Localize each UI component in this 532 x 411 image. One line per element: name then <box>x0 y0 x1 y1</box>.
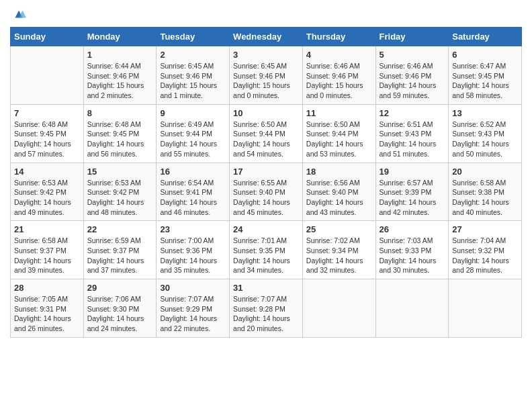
cell-info: Sunrise: 7:00 AMSunset: 9:36 PMDaylight:… <box>160 236 226 275</box>
calendar-cell: 28Sunrise: 7:05 AMSunset: 9:31 PMDayligh… <box>11 279 84 338</box>
weekday-header-tuesday: Tuesday <box>157 28 230 46</box>
calendar-cell: 22Sunrise: 6:59 AMSunset: 9:37 PMDayligh… <box>83 221 157 279</box>
cell-info: Sunrise: 6:50 AMSunset: 9:44 PMDaylight:… <box>306 120 372 159</box>
day-number: 7 <box>14 108 80 118</box>
cell-info: Sunrise: 6:58 AMSunset: 9:38 PMDaylight:… <box>452 178 518 218</box>
day-number: 1 <box>87 50 153 60</box>
calendar-week-2: 7Sunrise: 6:48 AMSunset: 9:45 PMDaylight… <box>11 104 522 163</box>
day-number: 12 <box>380 108 445 118</box>
calendar-header: SundayMondayTuesdayWednesdayThursdayFrid… <box>11 28 522 46</box>
calendar-cell: 30Sunrise: 7:07 AMSunset: 9:29 PMDayligh… <box>157 279 230 338</box>
cell-info: Sunrise: 6:49 AMSunset: 9:44 PMDaylight:… <box>160 120 226 159</box>
calendar-cell: 20Sunrise: 6:58 AMSunset: 9:38 PMDayligh… <box>449 163 522 221</box>
cell-info: Sunrise: 6:59 AMSunset: 9:37 PMDaylight:… <box>87 236 153 275</box>
day-number: 2 <box>160 50 226 60</box>
calendar-cell <box>11 46 84 105</box>
cell-info: Sunrise: 6:52 AMSunset: 9:43 PMDaylight:… <box>452 120 518 159</box>
calendar-cell: 14Sunrise: 6:53 AMSunset: 9:42 PMDayligh… <box>11 163 84 221</box>
cell-info: Sunrise: 6:50 AMSunset: 9:44 PMDaylight:… <box>233 120 299 159</box>
calendar-cell: 19Sunrise: 6:57 AMSunset: 9:39 PMDayligh… <box>375 163 449 221</box>
cell-info: Sunrise: 6:44 AMSunset: 9:46 PMDaylight:… <box>87 61 153 101</box>
cell-info: Sunrise: 6:48 AMSunset: 9:45 PMDaylight:… <box>87 120 153 159</box>
calendar-cell: 1Sunrise: 6:44 AMSunset: 9:46 PMDaylight… <box>83 46 157 105</box>
cell-info: Sunrise: 7:07 AMSunset: 9:29 PMDaylight:… <box>160 294 226 334</box>
cell-info: Sunrise: 6:53 AMSunset: 9:42 PMDaylight:… <box>87 178 153 218</box>
calendar-table: SundayMondayTuesdayWednesdayThursdayFrid… <box>10 27 522 338</box>
calendar-cell: 13Sunrise: 6:52 AMSunset: 9:43 PMDayligh… <box>449 104 522 163</box>
calendar-cell: 7Sunrise: 6:48 AMSunset: 9:45 PMDaylight… <box>11 104 84 163</box>
calendar-cell: 21Sunrise: 6:58 AMSunset: 9:37 PMDayligh… <box>11 221 84 279</box>
day-number: 14 <box>14 167 80 177</box>
day-number: 17 <box>233 167 299 177</box>
day-number: 11 <box>306 108 372 118</box>
calendar-cell: 4Sunrise: 6:46 AMSunset: 9:46 PMDaylight… <box>302 46 375 105</box>
cell-info: Sunrise: 6:46 AMSunset: 9:46 PMDaylight:… <box>380 61 445 101</box>
calendar-week-1: 1Sunrise: 6:44 AMSunset: 9:46 PMDaylight… <box>11 46 522 105</box>
calendar-cell: 15Sunrise: 6:53 AMSunset: 9:42 PMDayligh… <box>83 163 157 221</box>
day-number: 18 <box>306 167 372 177</box>
day-number: 6 <box>452 50 518 60</box>
cell-info: Sunrise: 7:04 AMSunset: 9:32 PMDaylight:… <box>452 236 518 275</box>
cell-info: Sunrise: 7:06 AMSunset: 9:30 PMDaylight:… <box>87 294 153 334</box>
day-number: 22 <box>87 224 153 234</box>
cell-info: Sunrise: 6:57 AMSunset: 9:39 PMDaylight:… <box>380 178 445 218</box>
day-number: 16 <box>160 167 226 177</box>
cell-info: Sunrise: 6:51 AMSunset: 9:43 PMDaylight:… <box>380 120 445 159</box>
weekday-header-friday: Friday <box>375 28 449 46</box>
day-number: 13 <box>452 108 518 118</box>
day-number: 31 <box>233 283 299 293</box>
cell-info: Sunrise: 6:58 AMSunset: 9:37 PMDaylight:… <box>14 236 80 275</box>
calendar-cell: 23Sunrise: 7:00 AMSunset: 9:36 PMDayligh… <box>157 221 230 279</box>
header-row: SundayMondayTuesdayWednesdayThursdayFrid… <box>11 28 522 46</box>
cell-info: Sunrise: 6:46 AMSunset: 9:46 PMDaylight:… <box>306 61 372 101</box>
calendar-cell: 27Sunrise: 7:04 AMSunset: 9:32 PMDayligh… <box>449 221 522 279</box>
calendar-cell: 18Sunrise: 6:56 AMSunset: 9:40 PMDayligh… <box>302 163 375 221</box>
cell-info: Sunrise: 6:55 AMSunset: 9:40 PMDaylight:… <box>233 178 299 218</box>
calendar-cell <box>449 279 522 338</box>
cell-info: Sunrise: 6:48 AMSunset: 9:45 PMDaylight:… <box>14 120 80 159</box>
cell-info: Sunrise: 6:45 AMSunset: 9:46 PMDaylight:… <box>233 61 299 101</box>
day-number: 27 <box>452 224 518 234</box>
calendar-week-4: 21Sunrise: 6:58 AMSunset: 9:37 PMDayligh… <box>11 221 522 279</box>
cell-info: Sunrise: 6:47 AMSunset: 9:45 PMDaylight:… <box>452 61 518 101</box>
calendar-cell: 9Sunrise: 6:49 AMSunset: 9:44 PMDaylight… <box>157 104 230 163</box>
calendar-cell: 2Sunrise: 6:45 AMSunset: 9:46 PMDaylight… <box>157 46 230 105</box>
weekday-header-saturday: Saturday <box>449 28 522 46</box>
day-number: 26 <box>380 224 445 234</box>
day-number: 8 <box>87 108 153 118</box>
cell-info: Sunrise: 7:05 AMSunset: 9:31 PMDaylight:… <box>14 294 80 334</box>
calendar-cell: 12Sunrise: 6:51 AMSunset: 9:43 PMDayligh… <box>375 104 449 163</box>
calendar-cell: 17Sunrise: 6:55 AMSunset: 9:40 PMDayligh… <box>230 163 303 221</box>
calendar-cell: 26Sunrise: 7:03 AMSunset: 9:33 PMDayligh… <box>375 221 449 279</box>
weekday-header-monday: Monday <box>83 28 157 46</box>
calendar-cell <box>302 279 375 338</box>
day-number: 19 <box>380 167 445 177</box>
weekday-header-sunday: Sunday <box>11 28 84 46</box>
weekday-header-thursday: Thursday <box>302 28 375 46</box>
cell-info: Sunrise: 7:02 AMSunset: 9:34 PMDaylight:… <box>306 236 372 275</box>
day-number: 29 <box>87 283 153 293</box>
day-number: 15 <box>87 167 153 177</box>
day-number: 9 <box>160 108 226 118</box>
calendar-week-3: 14Sunrise: 6:53 AMSunset: 9:42 PMDayligh… <box>11 163 522 221</box>
day-number: 5 <box>380 50 445 60</box>
page-header <box>10 7 522 21</box>
calendar-cell: 31Sunrise: 7:07 AMSunset: 9:28 PMDayligh… <box>230 279 303 338</box>
day-number: 25 <box>306 224 372 234</box>
calendar-cell: 25Sunrise: 7:02 AMSunset: 9:34 PMDayligh… <box>302 221 375 279</box>
logo-icon <box>11 7 26 21</box>
cell-info: Sunrise: 6:56 AMSunset: 9:40 PMDaylight:… <box>306 178 372 218</box>
day-number: 28 <box>14 283 80 293</box>
calendar-cell: 10Sunrise: 6:50 AMSunset: 9:44 PMDayligh… <box>230 104 303 163</box>
calendar-cell: 8Sunrise: 6:48 AMSunset: 9:45 PMDaylight… <box>83 104 157 163</box>
calendar-body: 1Sunrise: 6:44 AMSunset: 9:46 PMDaylight… <box>11 46 522 338</box>
day-number: 4 <box>306 50 372 60</box>
calendar-cell: 11Sunrise: 6:50 AMSunset: 9:44 PMDayligh… <box>302 104 375 163</box>
day-number: 10 <box>233 108 299 118</box>
calendar-cell <box>375 279 449 338</box>
logo <box>10 7 26 21</box>
calendar-cell: 16Sunrise: 6:54 AMSunset: 9:41 PMDayligh… <box>157 163 230 221</box>
cell-info: Sunrise: 6:45 AMSunset: 9:46 PMDaylight:… <box>160 61 226 101</box>
day-number: 20 <box>452 167 518 177</box>
day-number: 3 <box>233 50 299 60</box>
